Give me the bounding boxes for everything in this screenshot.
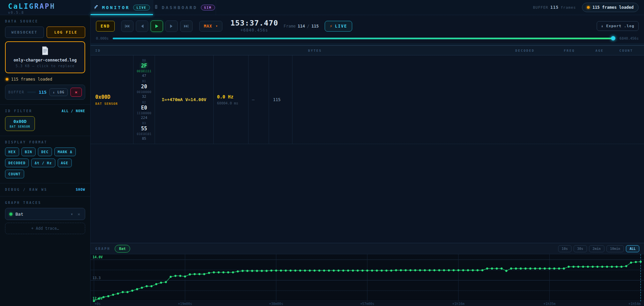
format-chip-dec[interactable]: DEC (38, 147, 52, 156)
range-button-all[interactable]: ALL (626, 245, 639, 252)
tab-monitor[interactable]: MONITOR LIVE (91, 0, 153, 15)
tab-monitor-label: MONITOR (102, 5, 130, 10)
x-axis-label-38m00s: +38m00s (269, 302, 283, 306)
chevron-down-icon: ▾ (215, 24, 218, 28)
frame-id: 0x00D (95, 94, 133, 100)
live-button[interactable]: ⚡ LIVE (325, 21, 352, 32)
timeline-thumb[interactable] (611, 36, 615, 41)
speed-select[interactable]: MAX ▾ (199, 21, 222, 32)
trace-color-dot (9, 213, 12, 216)
table-row[interactable]: 0x00D BAT SENSOR B02F0010111147B12000100… (91, 55, 644, 144)
decoded-value: I=+470mA V=14.00V (162, 97, 213, 102)
frequency-value: 0.0 Hz (217, 94, 248, 99)
skip-start-button[interactable] (121, 20, 133, 32)
buffer-count: 115 (39, 90, 46, 95)
format-chip-group: HEXBINDECMARK ΔDECODEDΔt / HzAGECOUNT (5, 147, 85, 178)
loaded-dot-icon (6, 78, 8, 81)
frames-loaded-label: 115 frames loaded (11, 77, 52, 82)
download-log-button[interactable]: ↓ LOG (49, 88, 68, 96)
x-axis-label-1h16m: +1h16m (452, 302, 465, 306)
websocket-button[interactable]: WEBSOCKET (5, 27, 44, 38)
byte-bin: 00100000 (137, 90, 151, 94)
tab-dashboard-label: DASHBOARD (162, 5, 197, 10)
graph-trace-chip-bat[interactable]: Bat (115, 245, 130, 253)
time-display: 153:37.470 +6840.456s (230, 19, 278, 33)
byte-group-b3: B3550101010185 (137, 122, 151, 140)
byte-hex: 55 (137, 126, 151, 132)
byte-lbl: B0 (137, 59, 151, 62)
app-version: v0.5.8 (8, 11, 91, 14)
frame-total: 115 (312, 24, 319, 29)
trace-item-bat[interactable]: Bat ▾ × (5, 208, 85, 220)
log-file-name: only-charger-connected.log (8, 58, 82, 62)
format-chip-hex[interactable]: HEX (5, 147, 19, 156)
step-back-button[interactable] (136, 20, 148, 32)
frame-separator: / (307, 24, 309, 29)
playback-toolbar: END MAX ▾ 153:37.470 +6840.456s (91, 15, 644, 35)
trace-remove-icon[interactable]: × (77, 212, 81, 217)
frame-label: Frame (283, 24, 296, 29)
timeline-slider-row: 0.000s 6840.456s (91, 35, 644, 43)
step-forward-button[interactable] (165, 20, 178, 32)
document-icon (8, 46, 82, 55)
byte-hex: 20 (137, 84, 151, 90)
antenna-icon (94, 4, 99, 10)
format-chip-age[interactable]: AGE (58, 159, 72, 167)
byte-dec: 224 (137, 116, 151, 120)
logfile-button[interactable]: LOG FILE (47, 27, 86, 38)
row-decoded-cell: I=+470mA V=14.00V (155, 55, 214, 144)
row-count-cell: 115 (269, 55, 292, 144)
end-button[interactable]: END (96, 21, 115, 32)
format-chip-decoded[interactable]: DECODED (5, 159, 29, 167)
live-button-label: LIVE (335, 24, 347, 29)
format-chip-bin[interactable]: BIN (21, 147, 36, 156)
id-chip-name: BAT SENSOR (10, 125, 30, 128)
trace-collapse-icon[interactable]: ▾ (70, 212, 74, 217)
byte-lbl: B3 (137, 122, 151, 125)
app-logo: CaLIGRAPH v0.5.8 (0, 0, 91, 15)
id-filter-title: ID FILTER (5, 109, 32, 113)
byte-group-b1: B1200010000032 (137, 80, 151, 98)
format-chip-mark[interactable]: MARK Δ (54, 147, 76, 156)
data-source-section: DATA SOURCE WEBSOCKET LOG FILE only-char… (0, 15, 90, 105)
period-value: 60004.0 ms (217, 101, 248, 105)
trace-name: Bat (15, 212, 67, 217)
range-button-30s[interactable]: 30s (574, 245, 587, 252)
frames-loaded-badge: 115 frames loaded (582, 3, 639, 12)
all-none-link[interactable]: ALL / NONE (62, 109, 85, 113)
live-badge: LIVE (133, 5, 150, 10)
export-log-button[interactable]: ↓ Export .log (597, 21, 639, 31)
range-button-2min[interactable]: 2min (589, 245, 604, 252)
id-filter-chip-0x00d[interactable]: 0x00D BAT SENSOR (5, 116, 35, 131)
graph-title: GRAPH (95, 247, 110, 251)
buffer-label: BUFFER (8, 90, 24, 94)
byte-hex: E0 (137, 105, 151, 111)
buffer-info-suffix: frames (560, 5, 576, 10)
clear-buffer-button[interactable]: × (70, 88, 82, 97)
debug-section: DEBUG / RAW WS SHOW (0, 183, 90, 196)
byte-hex: 2F (137, 63, 151, 69)
format-chip-count[interactable]: COUNT (5, 170, 24, 178)
play-button[interactable] (151, 20, 163, 32)
byte-dec: 85 (137, 136, 151, 140)
format-chip-t-hz[interactable]: Δt / Hz (31, 159, 55, 167)
voltage-plot[interactable]: 14.0V13.312.6V (91, 254, 644, 302)
debug-show-link[interactable]: SHOW (76, 188, 85, 191)
add-trace-button[interactable]: + Add trace… (5, 223, 85, 234)
range-button-10s[interactable]: 10s (558, 245, 572, 252)
range-button-10min[interactable]: 10min (606, 245, 624, 252)
sidebar: DATA SOURCE WEBSOCKET LOG FILE only-char… (0, 15, 91, 306)
frames-loaded-text: 115 frames loaded (592, 5, 634, 10)
timeline-slider[interactable] (113, 38, 615, 39)
row-id-cell: 0x00D BAT SENSOR (91, 55, 133, 144)
log-file-card[interactable]: only-charger-connected.log 5.3 KB — clic… (5, 41, 85, 73)
id-chip-id: 0x00D (10, 119, 30, 124)
y-axis-label-12-6v: 12.6V (93, 297, 103, 300)
top-bar: CaLIGRAPH v0.5.8 MONITOR LIVE DASHBOARD … (0, 0, 644, 15)
skip-end-button[interactable] (180, 20, 193, 32)
tab-dashboard[interactable]: DASHBOARD SIM (153, 0, 216, 15)
timeline-end-label: 6840.456s (620, 36, 639, 40)
graph-x-axis: +0s+19m00s+38m00s+57m00s+1h16m+1h35m+1h5… (91, 302, 644, 306)
column-header-freq: FREQ (553, 49, 585, 52)
buffer-progress-bar (27, 91, 36, 93)
